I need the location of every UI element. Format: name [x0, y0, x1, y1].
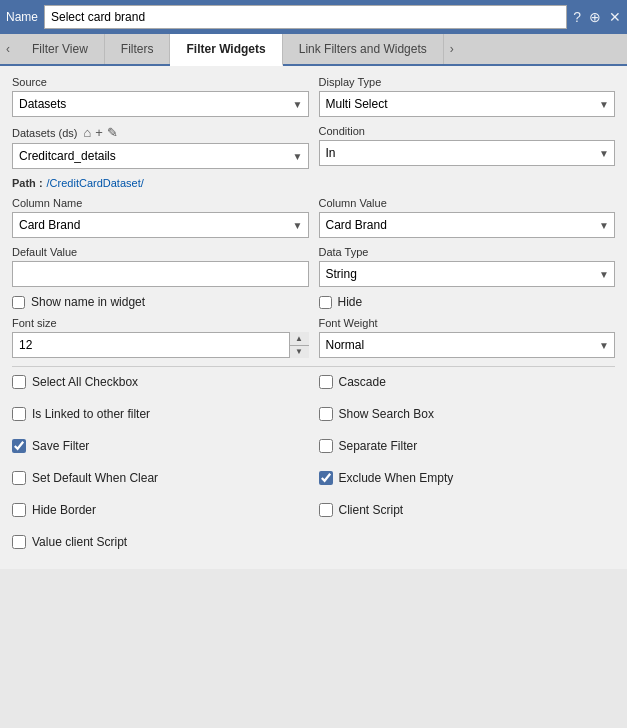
column-value-select[interactable]: Card Brand: [319, 212, 616, 238]
exclude-empty-label: Exclude When Empty: [339, 471, 454, 485]
font-size-label: Font size: [12, 317, 309, 329]
datasets-header: Datasets (ds) ⌂ + ✎: [12, 125, 309, 140]
data-type-col: Data Type String ▼: [319, 246, 616, 287]
client-script-label: Client Script: [339, 503, 404, 517]
title-bar-icons: ? ⊕ ✕: [573, 9, 621, 25]
list-item: Is Linked to other filter: [12, 407, 309, 421]
client-script-checkbox[interactable]: [319, 503, 333, 517]
set-default-label: Set Default When Clear: [32, 471, 158, 485]
tab-bar: ‹ Filter View Filters Filter Widgets Lin…: [0, 34, 627, 66]
move-icon[interactable]: ⊕: [589, 9, 601, 25]
datasets-col: Datasets (ds) ⌂ + ✎ Creditcard_details ▼: [12, 125, 309, 169]
display-type-col: Display Type Multi Select ▼: [319, 76, 616, 117]
default-value-input[interactable]: [12, 261, 309, 287]
default-value-col: Default Value: [12, 246, 309, 287]
font-size-spin-buttons: ▲ ▼: [289, 332, 309, 358]
data-type-label: Data Type: [319, 246, 616, 258]
select-all-label: Select All Checkbox: [32, 375, 138, 389]
list-item: Save Filter: [12, 439, 309, 453]
tab-filters[interactable]: Filters: [105, 34, 171, 64]
source-select-wrap: Datasets ▼: [12, 91, 309, 117]
list-item: Cascade: [319, 375, 616, 389]
condition-select-wrap: In ▼: [319, 140, 616, 166]
datasets-select[interactable]: Creditcard_details: [12, 143, 309, 169]
separate-filter-checkbox[interactable]: [319, 439, 333, 453]
hide-checkbox[interactable]: [319, 296, 332, 309]
home-icon[interactable]: ⌂: [83, 125, 91, 140]
hide-border-label: Hide Border: [32, 503, 96, 517]
show-search-checkbox[interactable]: [319, 407, 333, 421]
tab-filter-view[interactable]: Filter View: [16, 34, 105, 64]
column-name-col: Column Name Card Brand ▼: [12, 197, 309, 238]
cascade-label: Cascade: [339, 375, 386, 389]
edit-dataset-icon[interactable]: ✎: [107, 125, 118, 140]
display-type-select[interactable]: Multi Select: [319, 91, 616, 117]
font-weight-select-wrap: Normal Bold Light ▼: [319, 332, 616, 358]
value-client-checkbox[interactable]: [12, 535, 26, 549]
font-size-down[interactable]: ▼: [290, 346, 309, 359]
source-displaytype-row: Source Datasets ▼ Display Type Multi Sel…: [12, 76, 615, 117]
default-datatype-row: Default Value Data Type String ▼: [12, 246, 615, 287]
display-type-select-wrap: Multi Select ▼: [319, 91, 616, 117]
is-linked-label: Is Linked to other filter: [32, 407, 150, 421]
font-size-spin-wrap: ▲ ▼: [12, 332, 309, 358]
separate-filter-label: Separate Filter: [339, 439, 418, 453]
column-value-col: Column Value Card Brand ▼: [319, 197, 616, 238]
column-name-label: Column Name: [12, 197, 309, 209]
column-value-select-wrap: Card Brand ▼: [319, 212, 616, 238]
tab-filter-widgets[interactable]: Filter Widgets: [170, 34, 282, 66]
path-label: Path :: [12, 177, 43, 189]
font-size-col: Font size ▲ ▼: [12, 317, 309, 358]
is-linked-checkbox[interactable]: [12, 407, 26, 421]
font-weight-col: Font Weight Normal Bold Light ▼: [319, 317, 616, 358]
font-weight-label: Font Weight: [319, 317, 616, 329]
list-item: Value client Script: [12, 535, 309, 549]
show-hide-row: Show name in widget Hide: [12, 295, 615, 309]
condition-col: Condition In ▼: [319, 125, 616, 169]
name-input[interactable]: [44, 5, 567, 29]
font-size-input[interactable]: [12, 332, 309, 358]
divider: [12, 366, 615, 367]
exclude-empty-checkbox[interactable]: [319, 471, 333, 485]
datasets-icons: ⌂ + ✎: [83, 125, 117, 140]
show-name-col: Show name in widget: [12, 295, 309, 309]
source-select[interactable]: Datasets: [12, 91, 309, 117]
list-item: Exclude When Empty: [319, 471, 616, 485]
checkboxes-col1: Select All Checkbox Is Linked to other f…: [12, 375, 309, 559]
tab-left-arrow[interactable]: ‹: [0, 34, 16, 64]
set-default-checkbox[interactable]: [12, 471, 26, 485]
display-type-label: Display Type: [319, 76, 616, 88]
show-name-checkbox[interactable]: [12, 296, 25, 309]
list-item: Hide Border: [12, 503, 309, 517]
list-item: Show Search Box: [319, 407, 616, 421]
add-dataset-icon[interactable]: +: [95, 125, 103, 140]
data-type-select[interactable]: String: [319, 261, 616, 287]
column-name-select[interactable]: Card Brand: [12, 212, 309, 238]
condition-select[interactable]: In: [319, 140, 616, 166]
list-item: Set Default When Clear: [12, 471, 309, 485]
list-item: Separate Filter: [319, 439, 616, 453]
title-bar: Name ? ⊕ ✕: [0, 0, 627, 34]
show-search-label: Show Search Box: [339, 407, 434, 421]
save-filter-checkbox[interactable]: [12, 439, 26, 453]
font-size-up[interactable]: ▲: [290, 332, 309, 346]
column-value-label: Column Value: [319, 197, 616, 209]
help-icon[interactable]: ?: [573, 9, 581, 25]
close-icon[interactable]: ✕: [609, 9, 621, 25]
list-item: Client Script: [319, 503, 616, 517]
font-weight-select[interactable]: Normal Bold Light: [319, 332, 616, 358]
datasets-condition-row: Datasets (ds) ⌂ + ✎ Creditcard_details ▼…: [12, 125, 615, 169]
source-label: Source: [12, 76, 309, 88]
checkboxes-col2: Cascade Show Search Box Separate Filter …: [319, 375, 616, 559]
select-all-checkbox[interactable]: [12, 375, 26, 389]
hide-border-checkbox[interactable]: [12, 503, 26, 517]
hide-col: Hide: [319, 295, 616, 309]
tab-right-arrow[interactable]: ›: [444, 34, 460, 64]
checkboxes-section: Select All Checkbox Is Linked to other f…: [12, 375, 615, 559]
column-name-value-row: Column Name Card Brand ▼ Column Value Ca…: [12, 197, 615, 238]
cascade-checkbox[interactable]: [319, 375, 333, 389]
name-label: Name: [6, 10, 38, 24]
tab-link-filters[interactable]: Link Filters and Widgets: [283, 34, 444, 64]
default-value-label: Default Value: [12, 246, 309, 258]
value-client-label: Value client Script: [32, 535, 127, 549]
